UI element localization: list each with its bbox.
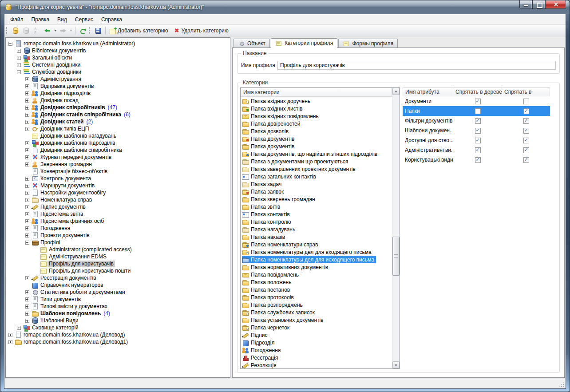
tree-expander[interactable] — [25, 241, 29, 245]
tree-item[interactable]: Сховище категорій — [6, 324, 230, 331]
category-item[interactable]: Папка постанов — [241, 286, 392, 293]
hide-in-tree-checkbox[interactable] — [475, 99, 481, 104]
category-item[interactable]: Папка вхідних доручень — [241, 97, 392, 105]
category-item[interactable]: Папка вхідних листів — [241, 105, 392, 112]
forward-dropdown-button[interactable] — [68, 25, 73, 36]
category-item[interactable]: Папка загальних контактів — [241, 173, 392, 180]
category-list-scrollbar[interactable] — [392, 88, 400, 368]
maximize-button[interactable] — [532, 0, 545, 9]
tree-item[interactable]: Підпис документів — [6, 203, 230, 210]
tree-expander[interactable] — [25, 127, 29, 131]
hide-in-checkbox[interactable] — [523, 147, 529, 153]
tree-item[interactable]: romapc.domain.foss.kharkov.ua (Деловод1) — [6, 338, 230, 345]
tree-item[interactable]: Типи документів — [6, 296, 230, 303]
menu-item[interactable]: Правка — [28, 15, 54, 24]
attribute-row[interactable]: Фільтри документів — [403, 116, 550, 126]
hide-in-tree-checkbox[interactable] — [475, 157, 481, 163]
category-item[interactable]: Папка повідомлень — [241, 271, 392, 278]
tree-item[interactable]: Відправка документів — [6, 83, 230, 90]
tree-item[interactable]: Профіль для користувачів — [6, 260, 230, 267]
attribute-row[interactable]: Користувацькі види — [403, 155, 550, 165]
hide-in-checkbox[interactable] — [523, 118, 529, 124]
tree-item[interactable]: Загальні об'єкти — [6, 54, 230, 61]
tree-expander[interactable] — [25, 297, 29, 301]
tree-item[interactable]: Маршрути документів — [6, 182, 230, 189]
tree-expander[interactable] — [25, 113, 29, 117]
tree-item[interactable]: Довідник підрозділів — [6, 90, 230, 97]
tree-expander[interactable] — [25, 184, 29, 188]
tree-item[interactable]: Справочник нумераторов — [6, 281, 230, 289]
tree-item[interactable]: Довідник станів співробітника(6) — [6, 111, 230, 118]
tree-item[interactable]: Системні довідники — [6, 61, 230, 68]
forward-button[interactable] — [58, 25, 68, 36]
category-item[interactable]: Папка звітів — [241, 203, 392, 210]
attribute-name-header[interactable]: Имя атрибута — [403, 87, 453, 96]
hide-in-checkbox[interactable] — [523, 108, 529, 114]
copy-database-button[interactable] — [21, 25, 32, 36]
category-item[interactable]: Папка нагадувань — [241, 226, 392, 233]
category-item[interactable]: Папка чернеток — [241, 324, 392, 331]
resize-grip[interactable] — [559, 382, 564, 387]
tree-expander[interactable] — [25, 305, 29, 309]
tree-expander[interactable] — [25, 177, 29, 181]
category-item[interactable]: Папка протоколів — [241, 293, 392, 301]
tree-item[interactable]: Довідник шаблонів нагадувань — [6, 132, 230, 139]
category-item[interactable]: Папка задач — [241, 180, 392, 188]
category-item[interactable]: Папка розпоряджень — [241, 301, 392, 309]
hide-in-checkbox[interactable] — [523, 138, 529, 143]
attribute-row[interactable]: Документи — [403, 96, 550, 106]
category-item[interactable]: Папка дозволів — [241, 127, 392, 135]
tree-expander[interactable] — [25, 148, 29, 152]
tree-item[interactable]: Настройки документообігу — [6, 189, 230, 196]
tree-expander[interactable] — [8, 333, 12, 337]
tree-expander[interactable] — [25, 198, 29, 202]
tree-expander[interactable] — [25, 77, 29, 81]
menu-item[interactable]: Справка — [97, 15, 126, 24]
category-item[interactable]: Реєстрація — [241, 354, 392, 361]
tree-item[interactable]: Профілі — [6, 239, 230, 246]
hide-in-checkbox[interactable] — [523, 128, 529, 134]
tree-expander[interactable] — [8, 42, 12, 46]
tree-item[interactable]: Типові змісти у документах — [6, 303, 230, 310]
profile-name-input[interactable] — [277, 61, 556, 70]
sort-button[interactable] — [32, 25, 42, 36]
tree-item[interactable]: Профіль для користувачів пошти — [6, 267, 230, 274]
tree-expander[interactable] — [25, 84, 29, 88]
menu-item[interactable]: Сервис — [71, 15, 97, 24]
tab-profile-forms[interactable]: Формы профиля — [338, 39, 398, 48]
tree-expander[interactable] — [25, 106, 29, 110]
tree-item[interactable]: Конвертація бізнес-об'єктів — [6, 168, 230, 175]
tree-expander[interactable] — [25, 226, 29, 230]
category-item[interactable]: Папка наказів — [241, 233, 392, 241]
tree-expander[interactable] — [8, 340, 12, 344]
attribute-row[interactable]: Доступні для ство... — [403, 135, 550, 145]
tree-item[interactable]: Службові довідники — [6, 68, 230, 75]
tree-item[interactable]: Довідник шаблонів підрозділів — [6, 139, 230, 147]
tree-item[interactable]: Адміністрування — [6, 75, 230, 83]
menu-item[interactable]: Вид — [53, 15, 71, 24]
tree-expander[interactable] — [25, 219, 29, 223]
tree-expander[interactable] — [25, 99, 29, 103]
tree-expander[interactable] — [25, 290, 29, 294]
category-item[interactable]: Погодження — [241, 346, 392, 354]
tree-item[interactable]: Контроль документа — [6, 175, 230, 182]
menu-item[interactable]: Файл — [6, 15, 28, 24]
tree-item[interactable]: Адміністрування EDMS — [6, 253, 230, 260]
scroll-up-button[interactable] — [392, 88, 400, 95]
tree-expander[interactable] — [25, 276, 29, 280]
hide-in-tree-header[interactable]: Спрятать в дереве — [453, 87, 502, 96]
attribute-row[interactable]: Папки — [403, 106, 550, 116]
tree-expander[interactable] — [25, 141, 29, 145]
tree-expander[interactable] — [25, 162, 29, 166]
tree-item[interactable]: Довідник шаблонів співробітника — [6, 147, 230, 154]
save-button[interactable] — [93, 25, 103, 36]
category-item[interactable]: Папка контролю — [241, 218, 392, 226]
tree-item[interactable]: Підсистема звітів — [6, 210, 230, 218]
category-item[interactable]: Папка установчих документів — [241, 316, 392, 324]
tree-item[interactable]: Підсистема фізичних осіб — [6, 218, 230, 225]
tree-expander[interactable] — [25, 234, 29, 238]
tree-expander[interactable] — [25, 191, 29, 195]
scroll-down-button[interactable] — [392, 361, 400, 368]
category-item[interactable]: Підпис — [241, 331, 392, 339]
tree-expander[interactable] — [25, 155, 29, 159]
